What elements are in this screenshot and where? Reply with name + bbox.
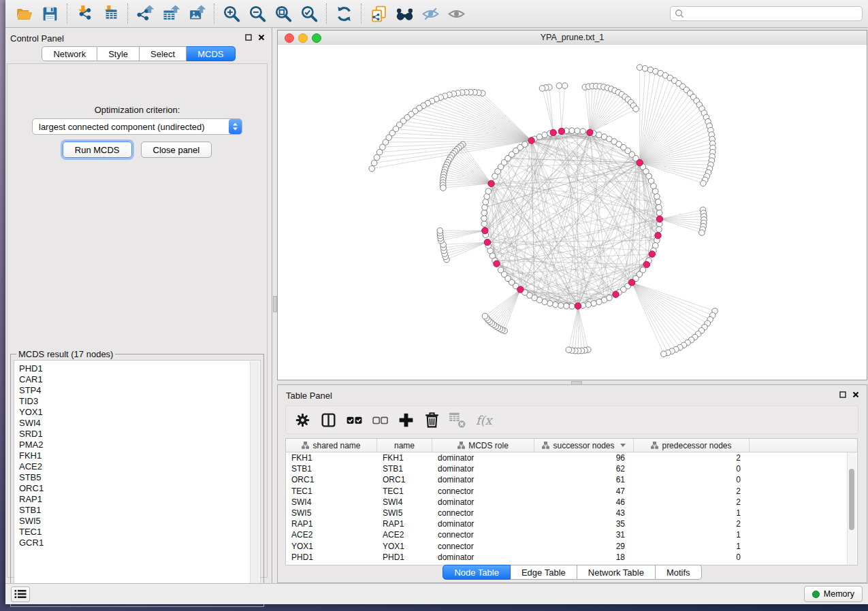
network-node[interactable] [376,149,383,155]
cell-mcds-role[interactable]: dominator [432,475,534,484]
mcds-result-item[interactable]: FKH1 [19,450,246,461]
network-node[interactable] [558,303,564,309]
network-node[interactable] [498,267,504,274]
cell-shared-name[interactable]: YOX1 [286,542,377,551]
tab-mcds[interactable]: MCDS [187,46,235,61]
network-node[interactable] [701,180,707,186]
network-node[interactable] [564,303,570,309]
tab-network[interactable]: Network [42,46,97,61]
task-list-icon[interactable] [11,587,30,602]
cell-successor-nodes[interactable]: 29 [534,542,634,551]
mcds-result-item[interactable]: TEC1 [19,527,246,538]
vertical-splitter[interactable] [272,28,277,583]
cell-predecessor-nodes[interactable]: 0 [634,552,750,562]
mcds-hub-node[interactable] [656,216,662,222]
mcds-hub-node[interactable] [517,286,524,293]
cell-mcds-role[interactable]: dominator [432,453,534,463]
open-file-button[interactable] [11,1,37,26]
cell-successor-nodes[interactable]: 46 [534,497,634,507]
unselect-all-columns-button[interactable] [368,408,392,431]
mcds-hub-node[interactable] [558,128,564,134]
show-all-button[interactable] [443,1,469,26]
mcds-hub-node[interactable] [488,180,494,186]
mcds-hub-node[interactable] [484,239,490,245]
apply-layout-button[interactable] [331,1,357,26]
float-icon[interactable] [838,390,847,399]
search-input[interactable] [687,8,858,19]
cell-successor-nodes[interactable]: 47 [534,486,634,496]
import-table-button[interactable] [97,1,123,26]
cell-shared-name[interactable]: FKH1 [286,453,377,463]
import-network-button[interactable] [71,1,97,26]
cell-successor-nodes[interactable]: 18 [534,552,634,562]
mcds-result-item[interactable]: RAP1 [19,494,246,505]
zoom-selected-button[interactable] [296,1,322,26]
copy-network-button[interactable] [366,1,391,26]
network-node[interactable] [637,65,643,71]
mcds-hub-node[interactable] [655,232,661,238]
network-node[interactable] [542,132,548,138]
tab-style[interactable]: Style [97,46,140,61]
network-node[interactable] [580,129,586,135]
mcds-result-item[interactable]: PHD1 [19,363,246,374]
cell-predecessor-nodes[interactable]: 2 [634,519,750,529]
mcds-result-item[interactable]: GCR1 [19,538,246,548]
network-node[interactable] [562,83,568,89]
zoom-in-button[interactable] [219,1,244,26]
cell-mcds-role[interactable]: dominator [432,552,534,562]
cell-predecessor-nodes[interactable]: 2 [634,453,750,463]
cell-mcds-role[interactable]: dominator [432,464,534,474]
network-canvas[interactable] [278,45,867,380]
table-row[interactable]: PHD1PHD1dominator180 [286,552,857,563]
export-network-button[interactable] [132,1,158,26]
table-row[interactable]: FKH1FKH1dominator962 [286,452,857,463]
network-node[interactable] [591,301,597,307]
cell-shared-name[interactable]: RAP1 [286,519,377,529]
cell-shared-name[interactable]: ORC1 [286,475,377,484]
network-node[interactable] [482,313,488,319]
table-tab-node-table[interactable]: Node Table [443,565,511,580]
first-neighbors-button[interactable] [391,1,417,26]
mcds-result-item[interactable]: SWI5 [19,516,246,527]
network-node[interactable] [482,205,488,211]
mcds-result-item[interactable]: CAR1 [19,374,246,385]
cell-name[interactable]: SWI4 [377,497,432,507]
mcds-hub-node[interactable] [494,261,500,267]
select-all-columns-button[interactable] [342,408,366,431]
cell-name[interactable]: RAP1 [377,519,432,529]
cell-shared-name[interactable]: PHD1 [286,552,377,562]
cell-mcds-role[interactable]: connector [432,486,534,496]
cell-successor-nodes[interactable]: 62 [534,464,634,474]
network-node[interactable] [437,228,443,234]
hide-selected-button[interactable] [417,1,443,26]
network-node[interactable] [569,303,575,310]
export-table-button[interactable] [158,1,184,26]
table-row[interactable]: TEC1TEC1connector472 [286,486,857,497]
cell-mcds-role[interactable]: dominator [432,497,534,507]
mcds-hub-node[interactable] [550,129,556,135]
mcds-result-item[interactable]: STB1 [19,505,246,516]
table-row[interactable]: SWI5SWI5connector431 [286,508,857,518]
network-node[interactable] [656,227,662,233]
network-node[interactable] [575,128,581,134]
table-tab-network-table[interactable]: Network Table [577,565,656,580]
search-box[interactable] [670,6,863,21]
network-node[interactable] [539,86,545,92]
mcds-hub-node[interactable] [482,227,488,233]
close-panel-button[interactable]: Close panel [141,142,212,158]
mcds-list-scrollbar[interactable] [250,361,259,602]
cell-predecessor-nodes[interactable]: 2 [634,486,750,496]
mcds-result-item[interactable]: YOX1 [19,407,246,418]
cell-mcds-role[interactable]: connector [432,542,534,551]
cell-shared-name[interactable]: SWI4 [286,497,377,507]
cell-predecessor-nodes[interactable]: 1 [634,508,750,518]
cell-successor-nodes[interactable]: 61 [534,475,634,484]
mcds-result-item[interactable]: PMA2 [19,440,246,450]
network-node[interactable] [655,199,661,205]
criterion-select[interactable]: largest connected component (undirected) [32,118,242,135]
mcds-hub-node[interactable] [637,159,643,165]
network-node[interactable] [656,210,662,216]
mcds-result-item[interactable]: ACE2 [19,461,246,472]
network-node[interactable] [369,166,375,172]
cell-predecessor-nodes[interactable]: 1 [634,542,750,551]
